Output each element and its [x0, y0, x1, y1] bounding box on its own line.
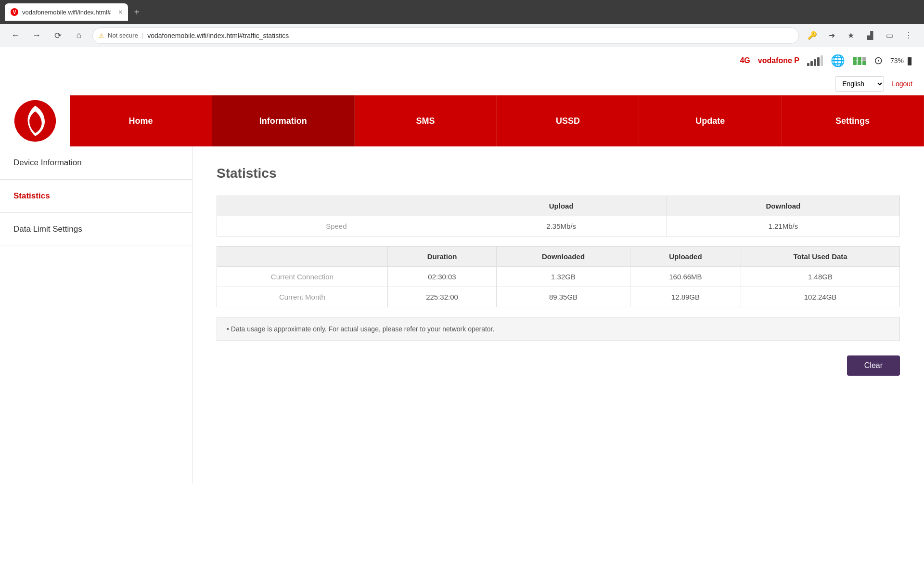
- data-cell: [858, 61, 861, 65]
- main-content: Statistics Upload Download Speed 2.35Mb/…: [192, 146, 924, 484]
- lang-logout-bar: English Logout: [0, 74, 924, 95]
- current-month-row: Current Month 225:32:00 89.35GB 12.89GB …: [217, 287, 900, 307]
- home-button[interactable]: ⌂: [71, 28, 87, 43]
- tab-favicon: V: [11, 8, 18, 16]
- main-nav: Home Information SMS USSD Update Setting…: [70, 95, 924, 146]
- data-cell: [862, 57, 866, 61]
- new-tab-button[interactable]: +: [134, 7, 140, 18]
- sidebar-item-device-information[interactable]: Device Information: [0, 146, 192, 180]
- wifi-icon: ⊙: [874, 54, 883, 67]
- signal-bar-5: [821, 55, 823, 66]
- download-speed: 1.21Mb/s: [667, 216, 899, 236]
- carrier-name: vodafone P: [758, 56, 799, 65]
- usage-note-bullet: •: [227, 325, 231, 333]
- site-header: Home Information SMS USSD Update Setting…: [0, 95, 924, 146]
- back-button[interactable]: ←: [8, 28, 23, 43]
- signal-strength-icon: [807, 55, 823, 66]
- speed-row: Speed 2.35Mb/s 1.21Mb/s: [217, 216, 900, 236]
- url-text: vodafonemobile.wifi/index.html#traffic_s…: [147, 32, 793, 39]
- usage-col-duration: Duration: [387, 247, 497, 267]
- usage-table: Duration Downloaded Uploaded Total Used …: [217, 246, 900, 307]
- address-actions: 🔑 ➜ ★ ▟ ▭ ⋮: [805, 28, 916, 43]
- logout-link[interactable]: Logout: [892, 80, 912, 88]
- current-connection-duration: 02:30:03: [387, 267, 497, 287]
- status-bar: 4G vodafone P 🌐 ⊙ 73% ▮: [0, 47, 924, 74]
- signal-bar-1: [807, 63, 809, 66]
- bookmark-button[interactable]: ★: [843, 28, 859, 43]
- data-cell: [853, 57, 857, 61]
- speed-col-empty: [217, 196, 456, 216]
- speed-table: Upload Download Speed 2.35Mb/s 1.21Mb/s: [217, 196, 900, 236]
- signal-bar-4: [817, 57, 820, 66]
- usage-note-text: Data usage is approximate only. For actu…: [231, 325, 495, 333]
- current-month-downloaded: 89.35GB: [497, 287, 630, 307]
- current-month-duration: 225:32:00: [387, 287, 497, 307]
- current-connection-downloaded: 1.32GB: [497, 267, 630, 287]
- usage-note: • Data usage is approximate only. For ac…: [217, 317, 900, 341]
- reload-button[interactable]: ⟳: [50, 28, 65, 43]
- content-area: Device Information Statistics Data Limit…: [0, 146, 924, 484]
- sidebar-item-data-limit[interactable]: Data Limit Settings: [0, 213, 192, 246]
- page-title: Statistics: [217, 166, 900, 181]
- network-type: 4G: [740, 56, 750, 65]
- current-connection-uploaded: 160.66MB: [630, 267, 741, 287]
- globe-icon: 🌐: [831, 54, 845, 67]
- vodafone-logo: [13, 99, 57, 143]
- browser-chrome: V vodafonemobile.wifi/index.html# × +: [0, 0, 924, 24]
- tab-title: vodafonemobile.wifi/index.html#: [22, 9, 111, 16]
- usage-col-downloaded: Downloaded: [497, 247, 630, 267]
- tab-organizer-button[interactable]: ▭: [882, 28, 897, 43]
- usage-col-uploaded: Uploaded: [630, 247, 741, 267]
- sidebar-item-statistics[interactable]: Statistics: [0, 180, 192, 213]
- menu-button[interactable]: ⋮: [901, 28, 916, 43]
- key-icon-button[interactable]: 🔑: [805, 28, 820, 43]
- battery-indicator: 73% ▮: [890, 54, 912, 67]
- nav-home[interactable]: Home: [70, 95, 212, 146]
- address-input[interactable]: ⚠ Not secure | vodafonemobile.wifi/index…: [92, 27, 799, 44]
- signal-bar-3: [814, 59, 816, 66]
- current-connection-row: Current Connection 02:30:03 1.32GB 160.6…: [217, 267, 900, 287]
- address-bar: ← → ⟳ ⌂ ⚠ Not secure | vodafonemobile.wi…: [0, 24, 924, 47]
- not-secure-label: Not secure: [108, 32, 138, 39]
- speed-col-upload: Upload: [456, 196, 667, 216]
- forward-button[interactable]: →: [29, 28, 44, 43]
- usage-col-empty: [217, 247, 388, 267]
- nav-update[interactable]: Update: [639, 95, 782, 146]
- nav-sms[interactable]: SMS: [355, 95, 497, 146]
- security-icon: ⚠: [99, 32, 104, 39]
- current-month-uploaded: 12.89GB: [630, 287, 741, 307]
- current-month-total: 102.24GB: [741, 287, 900, 307]
- language-select[interactable]: English: [835, 76, 884, 92]
- upload-speed: 2.35Mb/s: [456, 216, 667, 236]
- battery-icon: ▮: [907, 54, 912, 67]
- battery-percent: 73%: [890, 57, 904, 65]
- signal-bar-2: [810, 61, 813, 66]
- current-connection-label: Current Connection: [217, 267, 388, 287]
- nav-information[interactable]: Information: [212, 95, 355, 146]
- data-activity-icon: [853, 57, 866, 65]
- nav-ussd[interactable]: USSD: [497, 95, 639, 146]
- data-cell: [862, 61, 866, 65]
- browser-tab: V vodafonemobile.wifi/index.html# ×: [5, 3, 128, 21]
- current-connection-total: 1.48GB: [741, 267, 900, 287]
- usage-col-total: Total Used Data: [741, 247, 900, 267]
- sidebar: Device Information Statistics Data Limit…: [0, 146, 192, 484]
- data-cell: [858, 57, 861, 61]
- speed-label: Speed: [217, 216, 456, 236]
- current-month-label: Current Month: [217, 287, 388, 307]
- speed-col-download: Download: [667, 196, 899, 216]
- nav-settings[interactable]: Settings: [782, 95, 924, 146]
- data-cell: [853, 61, 857, 65]
- tab-close-button[interactable]: ×: [118, 8, 122, 16]
- clear-button[interactable]: Clear: [847, 355, 900, 376]
- extensions-button[interactable]: ▟: [862, 28, 878, 43]
- logo-wrap: [0, 95, 70, 146]
- share-button[interactable]: ➜: [824, 28, 839, 43]
